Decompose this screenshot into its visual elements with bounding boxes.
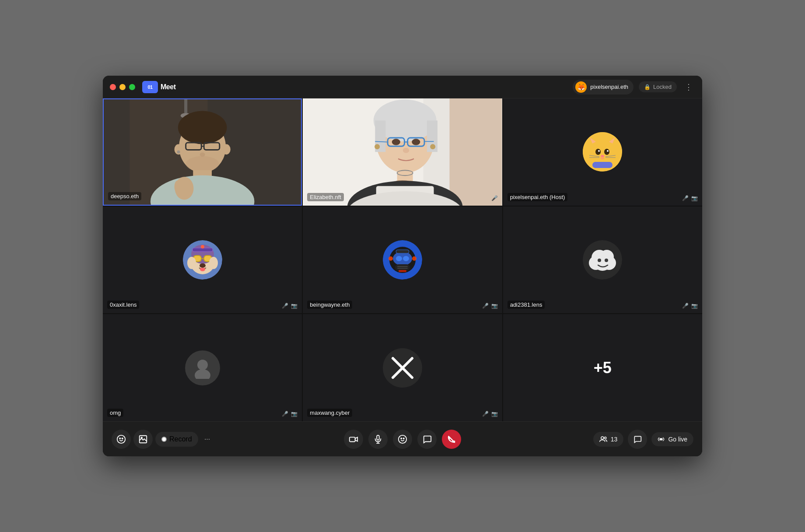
svg-point-80: [388, 256, 393, 261]
svg-point-11: [200, 153, 205, 157]
user-name: pixelsenpai.eth: [590, 84, 628, 90]
participant-name-beingwayne: beingwayne.eth: [307, 301, 352, 309]
participant-cell-deepso[interactable]: deepso.eth: [103, 98, 302, 206]
svg-point-15: [177, 150, 180, 154]
participant-cell-adi2381[interactable]: adi2381.lens 🎤 📷: [503, 206, 702, 314]
bottom-left-controls: Record ···: [112, 430, 305, 449]
camera-button[interactable]: [344, 430, 363, 449]
muted-icon-oxaxit: 🎤: [282, 303, 288, 309]
app-logo: 01 Meet: [142, 81, 175, 93]
locked-badge[interactable]: 🔒 Locked: [639, 81, 677, 92]
participant-cell-plus[interactable]: +5: [503, 314, 702, 421]
emoji-picker-button[interactable]: [112, 430, 131, 449]
svg-point-67: [200, 268, 205, 271]
emoji-center-button[interactable]: [393, 430, 412, 449]
svg-point-48: [595, 149, 601, 155]
svg-point-105: [403, 438, 404, 439]
participants-count: 13: [611, 436, 618, 443]
participant-name-omg: omg: [107, 409, 123, 417]
more-menu-button[interactable]: ⋮: [682, 80, 695, 94]
locked-label: Locked: [653, 84, 672, 90]
svg-point-103: [399, 435, 406, 443]
image-button[interactable]: [133, 430, 153, 449]
svg-point-65: [209, 257, 218, 269]
title-bar: 01 Meet 🦊 pixelsenpai.eth 🔒 Locked ⋮: [103, 76, 702, 98]
video-deepso: [104, 99, 301, 205]
participant-icons-adi2381: 🎤 📷: [682, 303, 698, 309]
record-label: Record: [169, 435, 192, 443]
participant-icons-pixelsenpai: 🎤 📷: [682, 195, 698, 201]
svg-rect-99: [350, 437, 355, 441]
bottom-right-controls: 13 Go live: [500, 430, 693, 449]
svg-point-104: [401, 438, 402, 439]
muted-icon-maxwang: 🎤: [482, 411, 489, 417]
svg-point-66: [200, 263, 206, 268]
muted-icon-beingwayne: 🎤: [482, 303, 489, 309]
participant-name-elizabeth: Elizabeth.nft: [307, 193, 344, 201]
video-off-icon-omg: 📷: [291, 411, 298, 417]
svg-rect-78: [397, 268, 408, 269]
participant-name-maxwang: maxwang.cyber: [307, 409, 352, 417]
svg-point-30: [392, 139, 400, 145]
svg-rect-57: [592, 162, 612, 168]
participant-cell-oxaxit[interactable]: 0xaxit.lens 🎤 📷: [103, 206, 302, 314]
participant-cell-elizabeth[interactable]: Elizabeth.nft 🎤: [303, 98, 502, 206]
participant-name-oxaxit: 0xaxit.lens: [107, 301, 139, 309]
bottom-center-controls: [305, 430, 499, 449]
user-badge[interactable]: 🦊 pixelsenpai.eth: [573, 80, 634, 94]
avatar-beingwayne: [383, 240, 422, 280]
svg-point-91: [195, 369, 210, 379]
avatar-maxwang: [383, 348, 422, 388]
header-right: 🦊 pixelsenpai.eth 🔒 Locked ⋮: [573, 80, 695, 94]
participant-icons-elizabeth: 🎤: [491, 195, 498, 201]
lock-icon: 🔒: [644, 84, 651, 90]
close-button[interactable]: [110, 84, 116, 90]
minimize-button[interactable]: [119, 84, 126, 90]
participants-button[interactable]: 13: [593, 432, 624, 447]
video-off-icon-oxaxit: 📷: [291, 303, 298, 309]
logo-label: Meet: [161, 83, 175, 91]
svg-point-109: [660, 438, 662, 440]
svg-rect-19: [450, 98, 502, 206]
end-call-button[interactable]: [442, 430, 461, 449]
participant-cell-omg[interactable]: omg 🎤 📷: [103, 314, 302, 421]
svg-point-74: [403, 256, 409, 261]
maximize-button[interactable]: [129, 84, 135, 90]
svg-point-95: [119, 438, 120, 439]
golive-button[interactable]: Go live: [651, 432, 693, 446]
svg-point-51: [607, 150, 609, 152]
participant-cell-pixelsenpai[interactable]: pixelsenpai.eth (Host) 🎤 📷: [503, 98, 702, 206]
participant-icons-oxaxit: 🎤 📷: [282, 303, 298, 309]
video-off-icon-maxwang: 📷: [491, 411, 498, 417]
chat-center-button[interactable]: [417, 430, 437, 449]
svg-line-28: [375, 141, 388, 142]
svg-point-10: [222, 144, 231, 155]
svg-point-108: [604, 437, 606, 439]
svg-rect-2: [184, 99, 187, 113]
svg-point-49: [604, 149, 609, 155]
traffic-lights: [110, 84, 135, 90]
bottom-bar: Record ···: [103, 421, 702, 456]
video-off-icon-pixelsenpai: 📷: [691, 195, 698, 201]
avatar-adi2381: [583, 240, 622, 280]
chat-button[interactable]: [628, 430, 647, 449]
svg-point-5: [178, 111, 227, 144]
svg-point-107: [601, 437, 604, 439]
muted-icon-pixelsenpai: 🎤: [682, 195, 689, 201]
participant-icons-omg: 🎤 📷: [282, 411, 298, 417]
mic-button[interactable]: [368, 430, 388, 449]
participant-cell-maxwang[interactable]: maxwang.cyber 🎤 📷: [303, 314, 502, 421]
more-options-button[interactable]: ···: [201, 433, 214, 446]
record-button[interactable]: Record: [155, 432, 198, 447]
svg-rect-79: [399, 270, 406, 272]
svg-point-52: [601, 155, 604, 158]
svg-point-35: [374, 144, 380, 149]
participant-name-deepso: deepso.eth: [108, 192, 141, 200]
svg-point-72: [393, 252, 412, 266]
svg-point-12: [186, 156, 219, 172]
participant-cell-beingwayne[interactable]: beingwayne.eth 🎤 📷: [303, 206, 502, 314]
svg-rect-68: [192, 248, 213, 252]
svg-rect-100: [377, 435, 379, 440]
avatar-oxaxit: [183, 240, 222, 280]
golive-label: Go live: [668, 436, 687, 443]
